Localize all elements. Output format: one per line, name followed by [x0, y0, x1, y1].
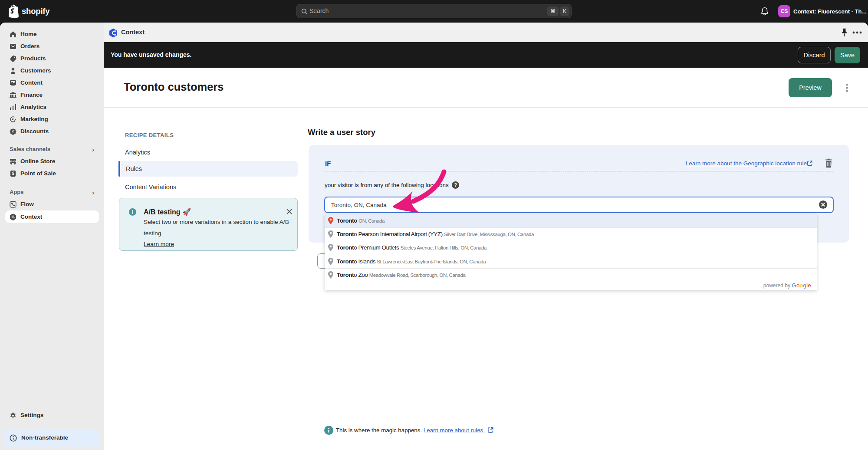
- svg-text:?: ?: [454, 182, 457, 187]
